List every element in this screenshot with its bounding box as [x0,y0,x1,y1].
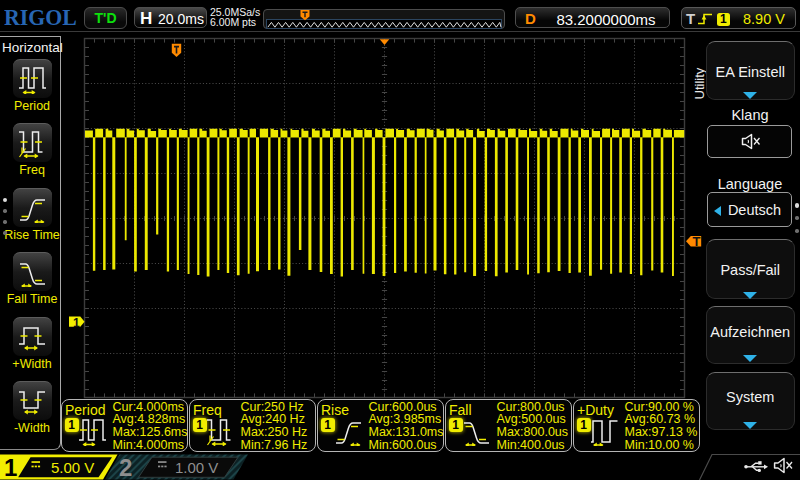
svg-text:1: 1 [4,454,17,480]
svg-text:1.00 V: 1.00 V [175,459,218,476]
svg-text:5.00 V: 5.00 V [51,459,94,476]
svg-text:2: 2 [119,454,132,480]
